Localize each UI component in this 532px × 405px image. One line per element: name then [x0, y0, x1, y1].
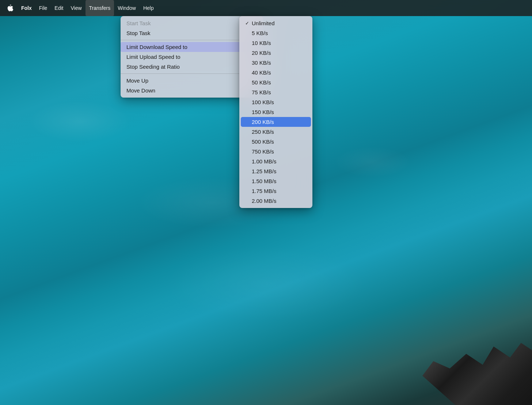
- menubar-item-view[interactable]: View: [67, 0, 85, 16]
- submenu-item-250kbs[interactable]: ✓ 250 KB/s: [239, 127, 312, 137]
- submenu-item-1mbs[interactable]: ✓ 1.00 MB/s: [239, 156, 312, 166]
- submenu-item-100kbs[interactable]: ✓ 100 KB/s: [239, 97, 312, 107]
- speed-submenu: ✓ Unlimited ✓ 5 KB/s ✓ 10 KB/s ✓ 20 KB/s…: [239, 16, 312, 208]
- menubar-item-transfers[interactable]: Transfers: [86, 0, 114, 16]
- submenu-item-20kbs[interactable]: ✓ 20 KB/s: [239, 48, 312, 58]
- menubar-item-folx[interactable]: Folx: [18, 0, 35, 16]
- submenu-item-40kbs[interactable]: ✓ 40 KB/s: [239, 68, 312, 77]
- submenu-item-1-75mbs[interactable]: ✓ 1.75 MB/s: [239, 186, 312, 196]
- submenu-item-1-5mbs[interactable]: ✓ 1.50 MB/s: [239, 176, 312, 186]
- submenu-item-150kbs[interactable]: ✓ 150 KB/s: [239, 107, 312, 117]
- submenu-item-unlimited[interactable]: ✓ Unlimited: [239, 18, 312, 28]
- submenu-item-1-25mbs[interactable]: ✓ 1.25 MB/s: [239, 166, 312, 176]
- submenu-item-2mbs[interactable]: ✓ 2.00 MB/s: [239, 196, 312, 206]
- submenu-item-75kbs[interactable]: ✓ 75 KB/s: [239, 87, 312, 97]
- menubar-item-window[interactable]: Window: [114, 0, 140, 16]
- menubar-item-help[interactable]: Help: [140, 0, 157, 16]
- menubar-item-edit[interactable]: Edit: [51, 0, 67, 16]
- submenu-item-30kbs[interactable]: ✓ 30 KB/s: [239, 58, 312, 68]
- menubar-item-file[interactable]: File: [35, 0, 51, 16]
- submenu-item-10kbs[interactable]: ✓ 10 KB/s: [239, 38, 312, 48]
- submenu-item-200kbs[interactable]: ✓ 200 KB/s: [241, 117, 311, 127]
- submenu-item-5kbs[interactable]: ✓ 5 KB/s: [239, 28, 312, 38]
- menubar: Folx File Edit View Transfers Window Hel…: [0, 0, 532, 16]
- unlimited-checkmark: ✓: [245, 20, 252, 26]
- submenu-item-750kbs[interactable]: ✓ 750 KB/s: [239, 147, 312, 156]
- apple-menu-icon[interactable]: [4, 0, 16, 16]
- submenu-item-50kbs[interactable]: ✓ 50 KB/s: [239, 77, 312, 87]
- submenu-item-500kbs[interactable]: ✓ 500 KB/s: [239, 137, 312, 147]
